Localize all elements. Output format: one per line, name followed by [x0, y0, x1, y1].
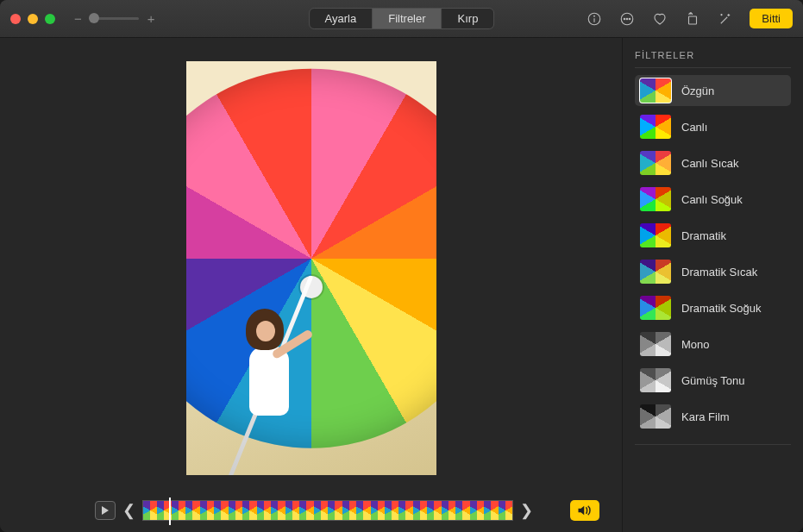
favorite-icon[interactable]: [651, 10, 668, 28]
filter-label: Gümüş Tonu: [681, 374, 744, 387]
filter-item-original[interactable]: Özgün: [635, 75, 791, 106]
preview-person: [241, 309, 301, 429]
magic-wand-icon[interactable]: [717, 10, 734, 28]
toolbar-right: Bitti: [586, 9, 793, 28]
filter-thumb: [640, 223, 671, 247]
filter-item-mono[interactable]: Mono: [635, 329, 791, 360]
filter-label: Canlı Sıcak: [681, 157, 738, 170]
zoom-slider-group: − +: [74, 12, 155, 25]
filter-thumb: [640, 260, 671, 284]
filter-item-dramatic-warm[interactable]: Dramatik Sıcak: [635, 256, 791, 287]
zoom-slider[interactable]: [91, 17, 139, 20]
svg-point-2: [594, 16, 595, 16]
sidebar-separator-bottom: [635, 444, 791, 445]
filter-thumb: [640, 332, 671, 356]
close-window-button[interactable]: [10, 14, 21, 24]
filter-label: Özgün: [681, 84, 714, 97]
filter-item-vivid-cool[interactable]: Canlı Soğuk: [635, 184, 791, 215]
zoom-in-icon: +: [147, 12, 155, 25]
filter-thumb: [640, 187, 671, 211]
zoom-out-icon: −: [74, 12, 82, 25]
tab-filters[interactable]: Filtreler: [372, 9, 441, 28]
content-area: ❮ ❯ FİLTRELER: [0, 38, 803, 532]
filter-item-noir[interactable]: Kara Film: [635, 401, 791, 432]
titlebar: − + Ayarla Filtreler Kırp: [0, 0, 803, 38]
sidebar-title: FİLTRELER: [635, 50, 791, 60]
preview-umbrella: [186, 68, 436, 448]
filter-thumb: [640, 296, 671, 320]
filter-label: Mono: [681, 338, 710, 351]
filter-label: Dramatik Soğuk: [681, 302, 761, 315]
svg-point-6: [630, 18, 631, 20]
canvas-area: ❮ ❯: [0, 38, 622, 532]
filters-sidebar: FİLTRELER Özgün Canlı Canlı Sıcak Canl: [622, 38, 803, 532]
filter-item-silvertone[interactable]: Gümüş Tonu: [635, 365, 791, 396]
filter-item-vivid[interactable]: Canlı: [635, 111, 791, 142]
fullscreen-window-button[interactable]: [45, 14, 55, 24]
sound-button[interactable]: [570, 500, 599, 521]
preview-wrap: [0, 38, 622, 498]
media-preview[interactable]: [186, 61, 436, 475]
playhead[interactable]: [169, 498, 171, 525]
window-controls: [10, 14, 55, 24]
filter-thumb: [640, 151, 671, 175]
video-filmstrip[interactable]: [142, 500, 513, 521]
filter-label: Dramatik Sıcak: [681, 266, 757, 279]
filter-thumb: [640, 404, 671, 429]
svg-rect-7: [689, 16, 697, 24]
filter-thumb: [640, 115, 671, 139]
filter-list: Özgün Canlı Canlı Sıcak Canlı Soğuk Dram…: [635, 75, 791, 432]
zoom-slider-thumb[interactable]: [89, 13, 99, 23]
sidebar-separator: [635, 67, 791, 68]
filter-label: Canlı: [681, 121, 707, 134]
video-playbar: ❮ ❯: [0, 498, 622, 532]
edit-mode-tabs: Ayarla Filtreler Kırp: [309, 8, 495, 29]
minimize-window-button[interactable]: [28, 14, 38, 24]
tab-crop[interactable]: Kırp: [442, 9, 494, 28]
trim-handle-right[interactable]: ❯: [518, 501, 535, 520]
done-button[interactable]: Bitti: [750, 9, 793, 28]
tab-adjust[interactable]: Ayarla: [310, 9, 373, 28]
filter-item-dramatic[interactable]: Dramatik: [635, 220, 791, 251]
filter-label: Canlı Soğuk: [681, 193, 743, 206]
play-button[interactable]: [95, 501, 116, 520]
more-icon[interactable]: [618, 10, 636, 28]
app-window: − + Ayarla Filtreler Kırp: [0, 0, 803, 532]
trim-handle-left[interactable]: ❮: [121, 501, 137, 520]
filter-item-dramatic-cool[interactable]: Dramatik Soğuk: [635, 292, 791, 323]
filter-label: Dramatik: [681, 229, 726, 242]
filter-thumb: [640, 368, 671, 392]
info-icon[interactable]: [586, 10, 603, 28]
rotate-icon[interactable]: [684, 10, 701, 28]
filter-thumb: [640, 78, 671, 103]
svg-point-5: [627, 18, 629, 20]
filter-label: Kara Film: [681, 410, 730, 423]
svg-point-4: [624, 18, 626, 20]
filter-item-vivid-warm[interactable]: Canlı Sıcak: [635, 147, 791, 178]
